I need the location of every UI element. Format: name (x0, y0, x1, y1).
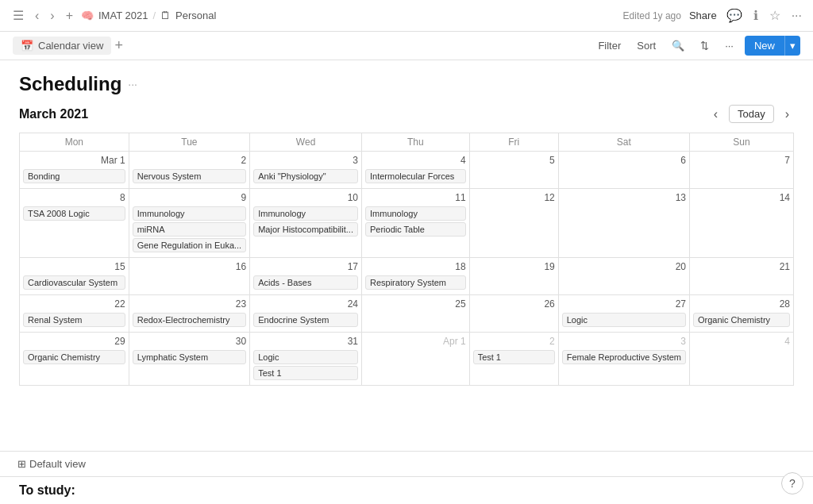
calendar-day-cell[interactable]: 3Female Reproductive System (558, 333, 689, 386)
calendar-event[interactable]: Bonding (23, 169, 125, 183)
add-page-btn[interactable]: + (63, 7, 76, 25)
calendar-day-cell[interactable]: 20 (558, 258, 689, 295)
share-button[interactable]: Share (689, 10, 717, 21)
calendar-event[interactable]: Intermolecular Forces (365, 169, 466, 183)
page-title-menu-btn[interactable]: ··· (128, 78, 137, 90)
calendar-day-cell[interactable]: 14 (690, 189, 794, 258)
calendar-event[interactable]: TSA 2008 Logic (23, 206, 125, 221)
day-number: 22 (23, 298, 125, 310)
calendar-view-tab[interactable]: 📅 Calendar view (13, 37, 111, 55)
calendar-day-cell[interactable]: 31LogicTest 1 (250, 333, 362, 386)
calendar-event[interactable]: Respiratory System (365, 275, 466, 290)
calendar-day-cell[interactable]: Apr 1 (362, 333, 470, 386)
day-number: 14 (693, 192, 790, 203)
calendar-event[interactable]: Immunology (365, 206, 466, 221)
layout-btn[interactable]: ⇅ (695, 37, 714, 55)
calendar-day-cell[interactable]: 23Redox-Electrochemistry (129, 295, 249, 333)
calendar-event[interactable]: Immunology (253, 206, 358, 221)
calendar-day-cell[interactable]: 10ImmunologyMajor Histocompatibilit... (250, 189, 362, 258)
prev-month-btn[interactable]: ‹ (709, 106, 722, 123)
calendar-event[interactable]: Cardiovascular System (23, 275, 125, 290)
calendar-day-cell[interactable]: 17Acids - Bases (250, 258, 362, 295)
add-tab-btn[interactable]: + (111, 37, 126, 54)
calendar-event[interactable]: Organic Chemistry (23, 350, 125, 364)
calendar-day-cell[interactable]: 2Nervous System (129, 152, 249, 189)
calendar-day-cell[interactable]: 9ImmunologymiRNAGene Regulation in Euka.… (129, 189, 249, 258)
calendar-day-cell[interactable]: Mar 1Bonding (20, 152, 129, 189)
calendar-day-cell[interactable]: 8TSA 2008 Logic (20, 189, 129, 258)
more-options-btn[interactable]: ··· (790, 7, 803, 25)
calendar-day-cell[interactable]: 4Intermolecular Forces (362, 152, 470, 189)
calendar-event[interactable]: Logic (562, 313, 686, 327)
sort-btn[interactable]: Sort (632, 37, 661, 55)
day-number: 23 (133, 298, 246, 310)
page-title-row: Scheduling ··· (19, 73, 794, 95)
calendar-day-cell[interactable]: 29Organic Chemistry (20, 333, 129, 386)
toolbar-more-btn[interactable]: ··· (720, 37, 738, 55)
calendar-day-cell[interactable]: 15Cardiovascular System (20, 258, 129, 295)
day-number: 4 (365, 155, 466, 166)
calendar-event[interactable]: Organic Chemistry (693, 313, 790, 327)
search-icon-btn[interactable]: 🔍 (667, 37, 689, 55)
breadcrumb-personal[interactable]: Personal (175, 10, 216, 21)
default-view-btn[interactable]: ⊞ Default view (13, 455, 91, 473)
calendar-day-cell[interactable]: 21 (690, 258, 794, 295)
help-btn[interactable]: ? (781, 472, 803, 494)
calendar-event[interactable]: Renal System (23, 313, 125, 327)
calendar-event[interactable]: Anki "Physiology" (253, 169, 358, 183)
calendar-day-cell[interactable]: 27Logic (558, 295, 689, 333)
calendar-event[interactable]: Test 1 (253, 366, 358, 380)
day-number: 11 (365, 192, 466, 203)
info-icon-btn[interactable]: ℹ (752, 6, 760, 25)
day-number: 10 (253, 192, 358, 203)
calendar-event[interactable]: Acids - Bases (253, 275, 358, 290)
day-number: Mar 1 (23, 155, 125, 166)
bottom-bar: ⊞ Default view (0, 451, 813, 476)
day-number: 2 (473, 336, 555, 347)
sidebar-toggle-btn[interactable]: ☰ (10, 6, 27, 25)
day-number: 20 (562, 261, 686, 272)
calendar-event[interactable]: Test 1 (473, 350, 555, 364)
forward-btn[interactable]: › (47, 7, 57, 25)
calendar-event[interactable]: Endocrine System (253, 313, 358, 327)
calendar-day-cell[interactable]: 2Test 1 (469, 333, 558, 386)
next-month-btn[interactable]: › (780, 106, 794, 123)
calendar-day-cell[interactable]: 22Renal System (20, 295, 129, 333)
calendar-day-cell[interactable]: 7 (690, 152, 794, 189)
calendar-day-cell[interactable]: 30Lymphatic System (129, 333, 249, 386)
comments-icon-btn[interactable]: 💬 (725, 6, 744, 25)
calendar-day-cell[interactable]: 3Anki "Physiology" (250, 152, 362, 189)
calendar-day-cell[interactable]: 25 (362, 295, 470, 333)
calendar-event[interactable]: Logic (253, 350, 358, 364)
calendar-event[interactable]: Gene Regulation in Euka... (133, 238, 246, 252)
calendar-event[interactable]: miRNA (133, 222, 246, 237)
calendar-event[interactable]: Lymphatic System (133, 350, 246, 364)
calendar-day-cell[interactable]: 28Organic Chemistry (690, 295, 794, 333)
day-number: 31 (253, 336, 358, 347)
calendar-day-cell[interactable]: 24Endocrine System (250, 295, 362, 333)
calendar-day-cell[interactable]: 12 (469, 189, 558, 258)
new-btn-dropdown[interactable]: ▾ (784, 36, 800, 56)
calendar-day-cell[interactable]: 4 (690, 333, 794, 386)
filter-btn[interactable]: Filter (593, 37, 626, 55)
calendar-day-cell[interactable]: 26 (469, 295, 558, 333)
calendar-day-cell[interactable]: 19 (469, 258, 558, 295)
calendar-day-cell[interactable]: 13 (558, 189, 689, 258)
breadcrumb-imat[interactable]: IMAT 2021 (98, 10, 148, 21)
calendar-event[interactable]: Nervous System (133, 169, 246, 183)
calendar-event[interactable]: Periodic Table (365, 222, 466, 237)
calendar-day-cell[interactable]: 18Respiratory System (362, 258, 470, 295)
calendar-day-cell[interactable]: 11ImmunologyPeriodic Table (362, 189, 470, 258)
star-icon-btn[interactable]: ☆ (768, 6, 782, 25)
back-btn[interactable]: ‹ (32, 7, 42, 25)
calendar-event[interactable]: Female Reproductive System (562, 350, 686, 364)
calendar-event[interactable]: Redox-Electrochemistry (133, 313, 246, 327)
today-btn[interactable]: Today (729, 105, 774, 123)
calendar-event[interactable]: Major Histocompatibilit... (253, 222, 358, 237)
new-btn[interactable]: New (745, 36, 784, 56)
calendar-day-cell[interactable]: 16 (129, 258, 249, 295)
to-study-section: To study: (0, 476, 813, 504)
calendar-day-cell[interactable]: 5 (469, 152, 558, 189)
calendar-event[interactable]: Immunology (133, 206, 246, 221)
calendar-day-cell[interactable]: 6 (558, 152, 689, 189)
